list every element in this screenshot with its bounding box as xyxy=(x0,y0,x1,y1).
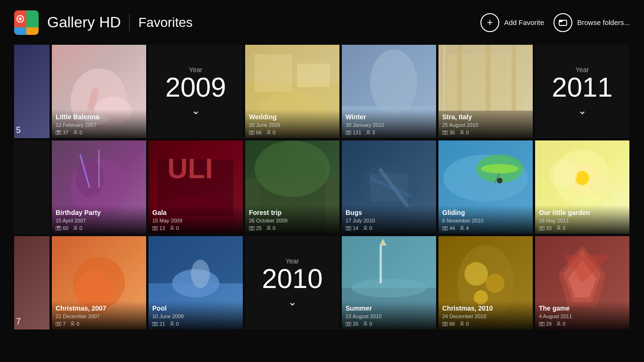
svg-point-9 xyxy=(58,132,60,134)
album-meta-wedding: 66 0 xyxy=(249,130,336,135)
svg-point-1 xyxy=(19,17,22,20)
people-icon-summer: 0 xyxy=(363,321,372,327)
svg-point-91 xyxy=(481,164,519,173)
album-summer[interactable]: Summer 23 August 2010 26 0 xyxy=(342,236,436,329)
browse-folders-button[interactable]: Browse folders... xyxy=(553,13,630,32)
album-meta-stra-italy: 36 0 xyxy=(442,130,529,135)
svg-point-61 xyxy=(367,131,370,133)
album-title-bugs: Bugs xyxy=(346,209,432,217)
add-favorite-button[interactable]: + Add Favorite xyxy=(480,13,544,32)
app-subtitle: Favorites xyxy=(138,15,192,30)
camera-icon-wedding: 66 xyxy=(249,130,262,135)
gallery-grid: 5 7 Little Balerina 12 February 2007 xyxy=(0,45,644,362)
year-block-2009[interactable]: Year 2009 ⌄ xyxy=(149,45,243,138)
svg-point-72 xyxy=(351,279,427,297)
people-icon-winter: 3 xyxy=(366,130,375,135)
svg-point-25 xyxy=(72,322,74,324)
svg-point-120 xyxy=(541,323,543,326)
album-meta-gala: 13 0 xyxy=(152,225,239,231)
svg-rect-44 xyxy=(297,64,330,87)
camera-icon-bugs: 14 xyxy=(346,225,358,231)
album-wedding[interactable]: Wedding 20 June 2009 66 0 xyxy=(245,45,339,138)
album-our-little-garden[interactable]: Our little garden 18 May 2011 33 0 xyxy=(535,140,629,234)
svg-point-46 xyxy=(251,132,253,134)
album-date-birthday-party: 15 April 2007 xyxy=(56,218,142,223)
album-bugs[interactable]: Bugs 17 July 2010 14 0 xyxy=(342,140,436,234)
album-date-pool: 10 June 2009 xyxy=(152,313,239,319)
album-meta-summer: 26 0 xyxy=(346,321,432,327)
year-number-2011: 2011 xyxy=(552,74,612,101)
year-number-2010: 2010 xyxy=(262,265,322,292)
partial-item-top[interactable]: 5 xyxy=(14,45,50,138)
album-title-the-game: The game xyxy=(539,304,626,313)
add-favorite-label: Add Favorite xyxy=(504,18,544,26)
album-meta-our-little-garden: 33 0 xyxy=(539,225,626,231)
svg-rect-83 xyxy=(512,45,516,111)
album-birthday-party[interactable]: Birthday Party 15 April 2007 60 0 xyxy=(52,140,146,234)
album-title-little-balerina: Little Balerina xyxy=(56,113,142,121)
album-title-stra-italy: Stra, Italy xyxy=(442,113,529,121)
svg-point-76 xyxy=(347,323,350,326)
year-chevron-2011: ⌄ xyxy=(578,105,586,117)
album-christmas-2010[interactable]: Christmas, 2010 24 December 2010 66 0 xyxy=(438,236,533,329)
album-meta-bugs: 14 0 xyxy=(346,225,432,231)
column-4: Wedding 20 June 2009 66 0 xyxy=(245,45,339,329)
people-icon-pool: 0 xyxy=(170,321,179,327)
album-gala[interactable]: ULI Gala 15 May 2009 13 0 xyxy=(149,140,243,234)
svg-rect-81 xyxy=(457,45,462,115)
svg-point-54 xyxy=(268,226,270,229)
album-the-game[interactable]: The game 4 August 2011 29 0 xyxy=(535,236,629,329)
people-icon-our-little-garden: 0 xyxy=(556,225,565,231)
album-title-winter: Winter xyxy=(346,113,432,121)
album-meta-christmas-2007: 7 0 xyxy=(56,321,142,327)
year-number-2009: 2009 xyxy=(165,74,226,101)
partial-item-bottom[interactable]: 7 xyxy=(14,236,50,329)
people-icon-wedding: 0 xyxy=(266,130,275,135)
album-date-little-balerina: 12 February 2007 xyxy=(56,122,142,128)
album-date-our-little-garden: 18 May 2011 xyxy=(539,218,626,223)
camera-icon-the-game: 29 xyxy=(539,321,552,327)
album-date-the-game: 4 August 2011 xyxy=(539,313,626,319)
svg-point-47 xyxy=(268,131,270,133)
people-icon-gliding: 4 xyxy=(460,225,469,231)
album-little-balerina[interactable]: Little Balerina 12 February 2007 37 0 xyxy=(52,45,146,138)
year-block-2010[interactable]: Year 2010 ⌄ xyxy=(245,236,339,329)
album-title-pool: Pool xyxy=(152,304,239,313)
album-stra-italy[interactable]: Stra, Italy 25 August 2010 36 0 xyxy=(438,45,533,138)
camera-icon-winter: 131 xyxy=(346,130,361,135)
title-divider xyxy=(129,14,130,31)
logo-q4 xyxy=(26,27,39,35)
svg-point-11 xyxy=(74,131,77,133)
partial-number-bottom: 7 xyxy=(16,317,21,326)
svg-point-103 xyxy=(444,323,446,326)
add-favorite-icon: + xyxy=(480,13,499,32)
people-icon-bugs: 0 xyxy=(363,225,372,231)
album-gliding[interactable]: Gliding 6 November 2010 44 4 xyxy=(438,140,533,234)
camera-icon-our-little-garden: 33 xyxy=(539,225,552,231)
column-7: Year 2011 ⌄ Our little garden 18 May 201… xyxy=(535,45,629,329)
album-date-bugs: 17 July 2010 xyxy=(346,218,432,223)
column-6: Stra, Italy 25 August 2010 36 0 xyxy=(438,45,533,329)
album-date-gala: 15 May 2009 xyxy=(152,218,239,223)
album-meta-the-game: 29 0 xyxy=(539,321,626,327)
people-icon-stra-italy: 0 xyxy=(460,130,469,135)
album-date-forest-trip: 26 October 2009 xyxy=(249,218,336,223)
camera-icon-pool: 21 xyxy=(152,321,165,327)
svg-rect-43 xyxy=(255,54,292,92)
svg-point-51 xyxy=(255,140,330,197)
svg-point-121 xyxy=(558,322,560,324)
album-christmas-2007[interactable]: Christmas, 2007 21 December 2007 7 0 xyxy=(52,236,146,329)
svg-point-110 xyxy=(588,170,614,196)
album-pool[interactable]: Pool 10 June 2009 21 0 xyxy=(149,236,243,329)
album-forest-trip[interactable]: Forest trip 26 October 2009 25 0 xyxy=(245,140,339,234)
camera-icon-summer: 26 xyxy=(346,321,358,327)
camera-icon-christmas-2010: 66 xyxy=(442,321,455,327)
album-winter[interactable]: Winter 30 January 2010 131 3 xyxy=(342,45,436,138)
year-block-2011[interactable]: Year 2011 ⌄ xyxy=(535,45,629,138)
partial-item-middle xyxy=(14,140,50,234)
people-icon-gala: 0 xyxy=(170,225,179,231)
album-date-christmas-2010: 24 December 2010 xyxy=(442,313,529,319)
camera-icon-gliding: 44 xyxy=(442,225,455,231)
svg-point-18 xyxy=(58,228,60,230)
camera-icon-birthday-party: 60 xyxy=(56,225,68,231)
